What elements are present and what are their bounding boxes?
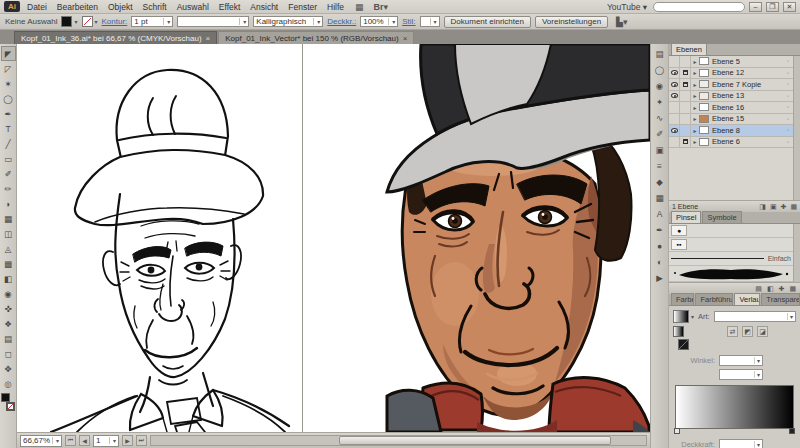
stroke-panel-icon[interactable]: ∿ <box>653 111 667 124</box>
search-input[interactable] <box>653 2 745 12</box>
last-artboard-button[interactable]: ⏭ <box>136 435 147 446</box>
opacity-combo[interactable]: 100%▾ <box>360 16 398 27</box>
info-panel-icon[interactable]: ▤ <box>653 47 667 60</box>
document-view-colored[interactable] <box>303 44 650 432</box>
close-button[interactable]: ✕ <box>783 2 796 12</box>
document-tab[interactable]: Kopf_01_Ink_36.ai* bei 66,67 % (CMYK/Vor… <box>14 31 217 44</box>
brush-item-basic[interactable]: Einfach <box>669 252 793 266</box>
target-circle-icon[interactable]: ◦ <box>783 116 793 122</box>
layer-name[interactable]: Ebene 7 Kopie <box>712 80 783 89</box>
menu-item[interactable]: Bearbeiten <box>52 1 103 13</box>
free-transform-tool[interactable]: ▦ <box>1 211 16 226</box>
menu-item[interactable]: Schrift <box>138 1 172 13</box>
tab-symbole[interactable]: Symbole <box>702 211 741 223</box>
layer-row[interactable]: ▸ Ebene 6 ◦ <box>669 137 793 149</box>
new-brush-icon[interactable]: ✚ <box>779 285 785 293</box>
brush-definition-combo[interactable]: Kalligraphisch▾ <box>253 16 323 27</box>
gradient-across-stroke-icon[interactable]: ◩ <box>742 326 753 337</box>
gradient-preview-bar[interactable] <box>675 385 794 429</box>
expand-arrow-icon[interactable]: ▸ <box>691 127 699 134</box>
arrange-documents-icon[interactable]: ▦ <box>351 2 368 12</box>
expand-arrow-icon[interactable]: ▸ <box>691 81 699 88</box>
layer-row[interactable]: ▸ Ebene 15 ◦ <box>669 114 793 126</box>
layer-name[interactable]: Ebene 16 <box>712 103 783 112</box>
tab-ebenen[interactable]: Ebenen <box>671 43 707 55</box>
selection-tool[interactable]: ◤ <box>1 46 16 61</box>
document-view-lineart[interactable] <box>17 44 302 432</box>
brush-item-dot[interactable]: ● <box>669 224 793 238</box>
graph-tool[interactable]: ▤ <box>1 331 16 346</box>
bridge-button[interactable]: Br▾ <box>370 2 393 12</box>
zoom-level-combo[interactable]: 66,67%▾ <box>20 435 62 447</box>
links-panel-icon[interactable]: ▦ <box>653 191 667 204</box>
layer-name[interactable]: Ebene 5 <box>712 57 783 66</box>
color-guide-panel-icon[interactable]: ◉ <box>653 79 667 92</box>
remove-brush-stroke-icon[interactable]: ◧ <box>767 285 774 293</box>
menu-item[interactable]: Effekt <box>214 1 246 13</box>
delete-brush-icon[interactable]: ▦ <box>789 285 796 293</box>
gradient-tool[interactable]: ◧ <box>1 271 16 286</box>
expand-arrow-icon[interactable]: ▸ <box>691 58 699 65</box>
blend-tool[interactable]: ✜ <box>1 301 16 316</box>
menu-item[interactable]: Ansicht <box>245 1 283 13</box>
pencil-tool[interactable]: ✏ <box>1 181 16 196</box>
new-layer-icon[interactable]: ✚ <box>781 203 787 211</box>
style-combo[interactable]: ▾ <box>420 16 440 27</box>
pen-tool[interactable]: ✒ <box>1 106 16 121</box>
gradient-stop-black[interactable] <box>789 428 795 434</box>
symbol-sprayer-tool[interactable]: ❖ <box>1 316 16 331</box>
expand-arrow-icon[interactable]: ▸ <box>691 104 699 111</box>
paragraph-panel-icon[interactable]: ✒ <box>653 223 667 236</box>
stroke-weight-combo[interactable]: 1 pt▾ <box>131 16 173 27</box>
lasso-tool[interactable]: ◯ <box>1 91 16 106</box>
stroke-panel-link[interactable]: Kontur: <box>102 17 128 26</box>
document-tab[interactable]: Kopf_01_Ink_Vector* bei 150 % (RGB/Vorsc… <box>218 31 414 44</box>
navigator-panel-icon[interactable]: ▶ <box>653 271 667 284</box>
zoom-tool[interactable]: ◎ <box>1 376 16 391</box>
layer-name[interactable]: Ebene 15 <box>712 114 783 123</box>
gradient-stop-white[interactable] <box>674 428 680 434</box>
layer-row[interactable]: ▸ Ebene 8 ◦ <box>669 125 793 137</box>
panel-tab[interactable]: Verlauf <box>734 293 760 305</box>
panel-tab[interactable]: Farbe <box>671 293 694 305</box>
horizontal-scrollbar[interactable] <box>150 435 647 446</box>
next-artboard-button[interactable]: ▶ <box>122 435 133 446</box>
target-circle-icon[interactable]: ◦ <box>783 58 793 64</box>
direct-selection-tool[interactable]: ◸ <box>1 61 16 76</box>
target-circle-icon[interactable]: ◦ <box>783 104 793 110</box>
fill-stroke-indicator[interactable] <box>1 393 15 411</box>
tab-close-icon[interactable]: × <box>206 34 211 43</box>
artboard-tool[interactable]: ◻ <box>1 346 16 361</box>
menu-item[interactable]: Datei <box>22 1 52 13</box>
gradient-along-stroke-icon[interactable]: ◪ <box>757 326 768 337</box>
layer-name[interactable]: Ebene 12 <box>712 68 783 77</box>
mesh-tool[interactable]: ▩ <box>1 256 16 271</box>
gradient-swatch[interactable] <box>673 310 689 323</box>
stroke-swatch[interactable] <box>6 402 15 411</box>
menu-item[interactable]: Fenster <box>283 1 322 13</box>
align-options-icon[interactable]: ▙▾ <box>612 17 631 27</box>
hand-tool[interactable]: ✥ <box>1 361 16 376</box>
magic-wand-tool[interactable]: ✶ <box>1 76 16 91</box>
line-segment-tool[interactable]: ╱ <box>1 136 16 151</box>
target-circle-icon[interactable]: ◦ <box>783 93 793 99</box>
stroke-color-swatch[interactable] <box>82 16 93 27</box>
expand-arrow-icon[interactable]: ▸ <box>691 138 699 145</box>
layer-row[interactable]: ▸ Ebene 16 ◦ <box>669 102 793 114</box>
reverse-gradient-icon[interactable]: ⇄ <box>727 326 738 337</box>
layer-row[interactable]: ▸ Ebene 12 ◦ <box>669 68 793 80</box>
first-artboard-button[interactable]: ⏮ <box>65 435 76 446</box>
layer-name[interactable]: Ebene 8 <box>712 126 783 135</box>
menu-item[interactable]: Hilfe <box>322 1 349 13</box>
align-panel-icon[interactable]: ● <box>653 239 667 252</box>
brush-libraries-icon[interactable]: ▤ <box>755 285 762 293</box>
tab-pinsel[interactable]: Pinsel <box>671 211 701 223</box>
target-circle-icon[interactable]: ◦ <box>783 127 793 133</box>
rectangle-tool[interactable]: ▭ <box>1 151 16 166</box>
fill-color-swatch[interactable] <box>61 16 72 27</box>
symbols-panel-icon[interactable]: ▣ <box>653 143 667 156</box>
workspace-switcher[interactable]: YouTube ▾ <box>607 2 651 12</box>
scrollbar-thumb[interactable] <box>339 436 611 445</box>
preferences-button[interactable]: Voreinstellungen <box>535 16 608 28</box>
color-panel-icon[interactable]: ◯ <box>653 63 667 76</box>
